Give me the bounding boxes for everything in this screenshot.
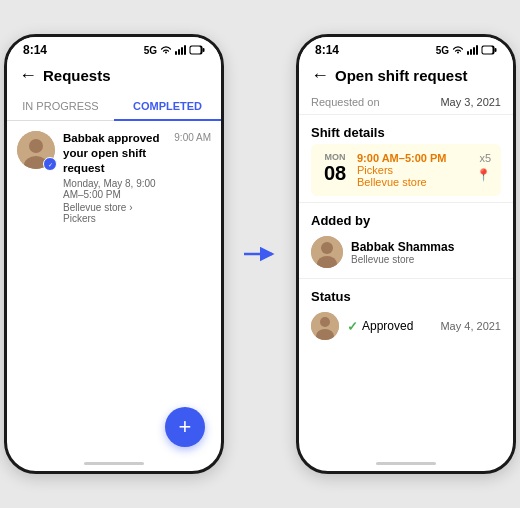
status-face — [311, 312, 339, 340]
svg-rect-11 — [483, 47, 493, 54]
requested-on-value: May 3, 2021 — [440, 96, 501, 108]
network-label: 5G — [144, 45, 157, 56]
right-network-label: 5G — [436, 45, 449, 56]
notification-sub: Monday, May 8, 9:00 AM–5:00 PM — [63, 178, 166, 200]
right-battery-icon — [481, 45, 497, 55]
status-row: ✓ Approved May 4, 2021 — [299, 308, 513, 344]
avatar-wrap: ✓ — [17, 131, 55, 169]
badge-icon: ✓ — [43, 157, 57, 171]
svg-rect-1 — [203, 48, 205, 52]
right-status-icons: 5G — [436, 45, 497, 56]
requested-on-label: Requested on — [311, 96, 380, 108]
notification-store: Bellevue store › Pickers — [63, 202, 166, 224]
person-badge: ✓ — [46, 160, 54, 168]
added-by-info: Babbak Shammas Bellevue store — [351, 240, 454, 265]
notification-item[interactable]: ✓ Babbak approved your open shift reques… — [7, 121, 221, 234]
svg-rect-2 — [191, 47, 201, 54]
shift-day-num: 08 — [324, 162, 346, 184]
added-by-face — [311, 236, 343, 268]
status-date: May 4, 2021 — [440, 320, 501, 332]
location-pin-icon: 📍 — [476, 168, 491, 182]
signal-icon — [175, 45, 186, 55]
left-status-icons: 5G — [144, 45, 205, 56]
shift-card: MON 08 9:00 AM–5:00 PM Pickers Bellevue … — [311, 144, 501, 196]
check-icon: ✓ — [347, 319, 358, 334]
tab-in-progress[interactable]: IN PROGRESS — [7, 92, 114, 120]
added-by-store: Bellevue store — [351, 254, 454, 265]
notification-time: 9:00 AM — [174, 132, 211, 143]
status-heading: Status — [299, 283, 513, 308]
shift-location: Bellevue store — [357, 176, 468, 188]
arrow-container — [240, 244, 280, 264]
home-bar — [84, 462, 144, 465]
wifi-icon — [160, 45, 172, 55]
shift-role: Pickers — [357, 164, 468, 176]
shift-date: MON 08 — [321, 152, 349, 184]
right-signal-icon — [467, 45, 478, 55]
divider-1 — [299, 114, 513, 115]
right-time: 8:14 — [315, 43, 339, 57]
added-by-name: Babbak Shammas — [351, 240, 454, 254]
left-header: ← Requests — [7, 59, 221, 92]
right-status-bar: 8:14 5G — [299, 37, 513, 59]
left-phone: 8:14 5G ← Req — [4, 34, 224, 474]
right-back-button[interactable]: ← — [311, 65, 329, 86]
tab-completed[interactable]: COMPLETED — [114, 92, 221, 120]
notification-content: Babbak approved your open shift request … — [63, 131, 166, 224]
svg-rect-10 — [495, 48, 497, 52]
shift-info: 9:00 AM–5:00 PM Pickers Bellevue store — [357, 152, 468, 188]
notification-title: Babbak approved your open shift request — [63, 131, 166, 176]
transition-arrow — [242, 244, 278, 264]
detail-content: Requested on May 3, 2021 Shift details M… — [299, 92, 513, 471]
right-wifi-icon — [452, 45, 464, 55]
right-phone: 8:14 5G ← Open shift request — [296, 34, 516, 474]
svg-point-16 — [320, 317, 330, 327]
status-label: Approved — [362, 319, 413, 333]
added-by-avatar — [311, 236, 343, 268]
shift-count: x5 — [479, 152, 491, 164]
svg-text:✓: ✓ — [48, 162, 53, 168]
left-header-title: Requests — [43, 67, 111, 84]
added-by-heading: Added by — [299, 207, 513, 232]
status-approved: ✓ Approved — [347, 319, 432, 334]
shift-time: 9:00 AM–5:00 PM — [357, 152, 468, 164]
left-tabs: IN PROGRESS COMPLETED — [7, 92, 221, 121]
left-status-bar: 8:14 5G — [7, 37, 221, 59]
requested-on-row: Requested on May 3, 2021 — [299, 92, 513, 110]
shift-meta: x5 📍 — [476, 152, 491, 182]
right-header: ← Open shift request — [299, 59, 513, 92]
left-time: 8:14 — [23, 43, 47, 57]
svg-point-4 — [29, 139, 43, 153]
divider-2 — [299, 202, 513, 203]
svg-point-13 — [321, 242, 333, 254]
left-back-button[interactable]: ← — [19, 65, 37, 86]
fab-plus-icon: + — [179, 416, 192, 438]
fab-button[interactable]: + — [165, 407, 205, 447]
right-home-bar — [376, 462, 436, 465]
right-header-title: Open shift request — [335, 67, 468, 84]
added-by-row: Babbak Shammas Bellevue store — [299, 232, 513, 274]
status-avatar — [311, 312, 339, 340]
battery-icon — [189, 45, 205, 55]
shift-details-heading: Shift details — [299, 119, 513, 144]
divider-3 — [299, 278, 513, 279]
shift-day-name: MON — [325, 152, 346, 162]
